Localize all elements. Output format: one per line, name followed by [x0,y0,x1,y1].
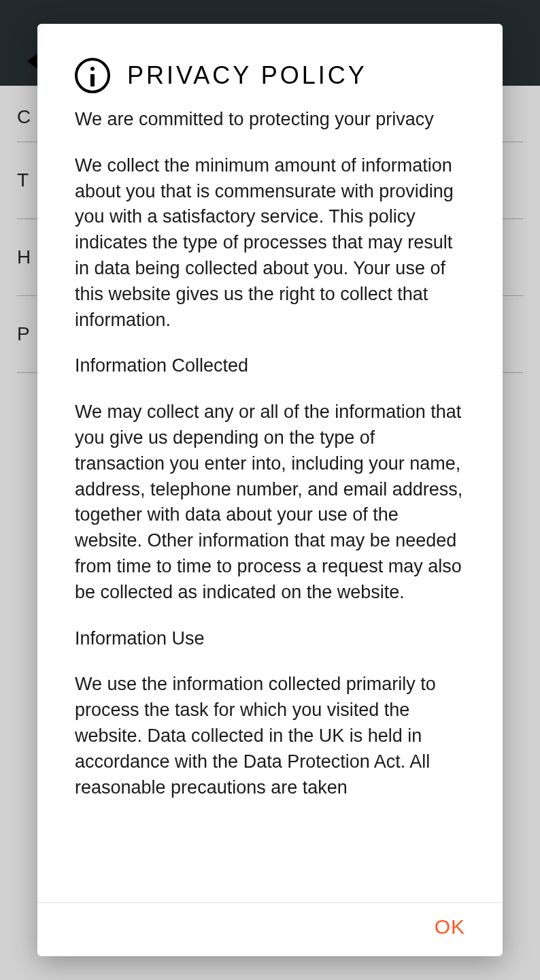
dialog-paragraph: We use the information collected primari… [75,672,465,800]
dialog-paragraph: We may collect any or all of the informa… [75,399,465,605]
dialog-header: PRIVACY POLICY [37,24,503,107]
dialog-subtitle: We are committed to protecting your priv… [75,107,465,133]
dialog-paragraph: We collect the minimum amount of informa… [75,153,465,333]
dialog-body[interactable]: We are committed to protecting your priv… [37,107,503,902]
section-heading: Information Collected [75,353,465,379]
privacy-policy-dialog: PRIVACY POLICY We are committed to prote… [37,24,503,956]
ok-button[interactable]: OK [435,915,465,938]
dialog-footer: OK [37,902,503,956]
dialog-title: PRIVACY POLICY [127,61,367,90]
info-icon [75,58,110,93]
section-heading: Information Use [75,626,465,652]
